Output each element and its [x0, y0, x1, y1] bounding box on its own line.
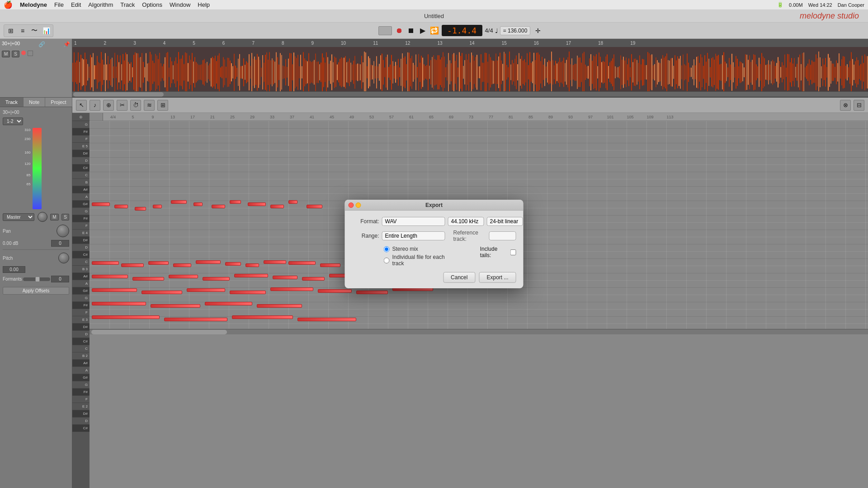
note-blob[interactable]: [193, 202, 203, 206]
vel-tool[interactable]: ≋: [144, 100, 155, 111]
menu-algorithm[interactable]: Algorithm: [88, 1, 113, 8]
note-blob[interactable]: [307, 205, 322, 208]
note-blob[interactable]: [273, 276, 297, 279]
cancel-button[interactable]: Cancel: [443, 272, 475, 283]
note-blob[interactable]: [318, 289, 352, 293]
note-blob[interactable]: [169, 275, 198, 278]
solo-btn[interactable]: S: [12, 51, 19, 57]
time-tool[interactable]: ⏱: [130, 100, 141, 111]
grid-view-btn[interactable]: ⊞: [6, 26, 16, 36]
note-editor-scrollbar[interactable]: [90, 329, 868, 334]
formants-slider[interactable]: [23, 277, 50, 281]
include-tails-checkbox[interactable]: [510, 249, 516, 255]
note-blob[interactable]: [234, 274, 268, 277]
sample-rate-select[interactable]: 44.100 kHz 48.000 kHz 96.000 kHz: [448, 217, 484, 226]
track-pin-icon[interactable]: 📌: [63, 41, 70, 47]
note-blob[interactable]: [148, 261, 169, 265]
note-blob[interactable]: [270, 287, 313, 291]
tab-track[interactable]: Track: [0, 98, 24, 107]
menu-edit[interactable]: Edit: [71, 1, 81, 8]
track-link-icon[interactable]: 🔗: [38, 41, 45, 47]
note-blob[interactable]: [257, 304, 302, 308]
note-blob[interactable]: [92, 315, 160, 319]
waveform-scrollbar[interactable]: [72, 91, 868, 97]
master-mute-btn[interactable]: M: [50, 214, 58, 221]
note-blob[interactable]: [203, 277, 230, 281]
master-solo-btn[interactable]: S: [61, 214, 69, 221]
waveform-display[interactable]: [72, 47, 868, 98]
gain-num-box[interactable]: 0: [51, 240, 69, 247]
note-blob[interactable]: [245, 263, 259, 267]
note-blob[interactable]: [171, 200, 187, 204]
note-blob[interactable]: [92, 202, 110, 206]
grid-tool[interactable]: ⊟: [854, 100, 864, 111]
transport-box[interactable]: [378, 26, 392, 35]
dialog-min-btn[interactable]: [356, 202, 361, 208]
spectrum-view-btn[interactable]: 📊: [41, 26, 51, 36]
note-blob[interactable]: [196, 260, 221, 264]
stop-btn[interactable]: ⏹: [406, 26, 415, 35]
note-blob[interactable]: [187, 288, 225, 292]
zoom-tool[interactable]: ⊞: [157, 100, 168, 111]
pitch-value-box[interactable]: 0.00: [3, 266, 25, 273]
wave-view-btn[interactable]: 〜: [29, 26, 39, 36]
tab-project[interactable]: Project: [45, 98, 72, 107]
note-blob[interactable]: [248, 202, 266, 206]
note-blob[interactable]: [153, 205, 162, 208]
metronome-btn[interactable]: ✛: [533, 26, 543, 36]
note-blob[interactable]: [356, 291, 388, 294]
note-blob[interactable]: [92, 302, 146, 305]
note-blob[interactable]: [92, 261, 119, 265]
note-blob[interactable]: [132, 277, 164, 281]
app-name[interactable]: Melodyne: [20, 1, 47, 8]
formants-value-box[interactable]: 0: [51, 276, 69, 282]
note-blob[interactable]: [135, 207, 146, 211]
loop-btn[interactable]: 🔁: [430, 26, 439, 35]
note-blob[interactable]: [230, 291, 266, 294]
range-select[interactable]: Entire Length Selection Loop: [382, 231, 445, 240]
tempo-display[interactable]: = 136.000: [500, 26, 531, 35]
dialog-close-btn[interactable]: [349, 202, 354, 208]
note-blob[interactable]: [121, 263, 144, 267]
pitch-tool[interactable]: ♪: [90, 100, 100, 111]
individual-file-option[interactable]: Individual file for each track: [384, 254, 453, 267]
menu-help[interactable]: Help: [198, 1, 210, 8]
note-blob[interactable]: [288, 200, 297, 204]
record-btn[interactable]: ⏺: [395, 26, 404, 35]
menu-track[interactable]: Track: [120, 1, 135, 8]
stereo-mix-option[interactable]: Stereo mix: [384, 246, 453, 252]
list-view-btn[interactable]: ≡: [18, 26, 28, 36]
play-btn[interactable]: ▶: [418, 26, 427, 35]
note-blob[interactable]: [92, 275, 128, 278]
bit-depth-select[interactable]: 24-bit linear 16-bit linear 32-bit float: [487, 217, 523, 226]
pointer-tool[interactable]: ↖: [76, 100, 87, 111]
ref-track-select[interactable]: [489, 231, 516, 240]
menu-options[interactable]: Options: [142, 1, 162, 8]
note-blob[interactable]: [320, 263, 340, 267]
snap-tool[interactable]: ⊗: [840, 100, 851, 111]
channel-select[interactable]: 1-2: [3, 117, 23, 125]
export-button[interactable]: Export ...: [479, 272, 516, 283]
note-blob[interactable]: [288, 261, 316, 265]
note-blob[interactable]: [264, 260, 286, 264]
cut-tool[interactable]: ✂: [117, 100, 127, 111]
note-blob[interactable]: [270, 205, 284, 208]
format-select[interactable]: WAV AIFF MP3: [382, 217, 445, 226]
menu-file[interactable]: File: [54, 1, 64, 8]
mute-btn[interactable]: M: [2, 51, 10, 57]
select-tool[interactable]: ⊕: [103, 100, 114, 111]
individual-file-radio[interactable]: [384, 258, 390, 263]
note-blob[interactable]: [205, 302, 252, 305]
note-blob[interactable]: [232, 315, 293, 319]
note-blob[interactable]: [225, 262, 241, 266]
record-arm-dot[interactable]: [21, 51, 26, 55]
apply-offsets-btn[interactable]: Apply Offsets: [3, 287, 69, 295]
master-select[interactable]: Master: [3, 213, 34, 221]
stereo-mix-radio[interactable]: [384, 246, 390, 252]
note-editor[interactable]: 4/4 5 9 13 17 21 25 29 33 37 41 45: [90, 113, 868, 488]
note-blob[interactable]: [114, 205, 128, 208]
note-blob[interactable]: [212, 205, 225, 208]
volume-knob[interactable]: [38, 212, 47, 222]
note-blob[interactable]: [164, 318, 227, 321]
tab-note[interactable]: Note: [24, 98, 45, 107]
